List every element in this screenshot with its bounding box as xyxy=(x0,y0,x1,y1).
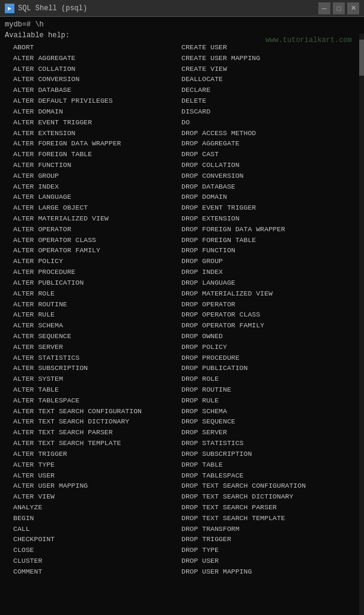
cmd-right-2: CREATE VIEW xyxy=(173,64,359,74)
cmd-right-22: DROP LANGUAGE xyxy=(173,277,359,288)
cmd-right-6: DISCARD xyxy=(173,106,359,117)
cmd-left-3: ALTER CONVERSION xyxy=(5,74,173,85)
cmd-right-26: DROP OPERATOR FAMILY xyxy=(173,320,359,331)
cmd-left-21: ALTER PROCEDURE xyxy=(5,267,173,277)
cmd-left-32: ALTER TABLE xyxy=(5,384,173,395)
cmd-left-33: ALTER TABLESPACE xyxy=(5,395,173,406)
cmd-left-18: ALTER OPERATOR CLASS xyxy=(5,235,173,246)
cmd-right-14: DROP DOMAIN xyxy=(173,192,359,202)
cmd-right-36: DROP SERVER xyxy=(173,427,359,438)
cmd-right-23: DROP MATERIALIZED VIEW xyxy=(173,288,359,299)
minimize-button[interactable]: ─ xyxy=(318,2,330,14)
cmd-right-46: DROP TRIGGER xyxy=(173,534,359,545)
cmd-left-42: ALTER VIEW xyxy=(5,491,173,502)
cmd-left-8: ALTER EXTENSION xyxy=(5,128,173,139)
cmd-left-5: ALTER DEFAULT PRIVILEGES xyxy=(5,95,173,106)
cmd-right-40: DROP TABLESPACE xyxy=(173,470,359,481)
cmd-left-16: ALTER MATERIALIZED VIEW xyxy=(5,213,173,224)
cmd-right-49: DROP USER MAPPING xyxy=(173,566,359,577)
scrollbar-thumb[interactable] xyxy=(359,40,364,76)
cmd-right-31: DROP ROLE xyxy=(173,374,359,384)
cmd-left-48: CLUSTER xyxy=(5,556,173,566)
cmd-right-30: DROP PUBLICATION xyxy=(173,363,359,374)
cmd-right-48: DROP USER xyxy=(173,556,359,566)
cmd-right-5: DELETE xyxy=(173,95,359,106)
cmd-left-14: ALTER LANGUAGE xyxy=(5,192,173,202)
cmd-right-15: DROP EVENT TRIGGER xyxy=(173,202,359,213)
cmd-right-43: DROP TEXT SEARCH PARSER xyxy=(173,502,359,513)
cmd-left-6: ALTER DOMAIN xyxy=(5,106,173,117)
cmd-right-13: DROP DATABASE xyxy=(173,181,359,192)
title-bar-controls: ─ □ ✕ xyxy=(318,2,359,14)
cmd-right-28: DROP POLICY xyxy=(173,342,359,353)
cmd-left-31: ALTER SYSTEM xyxy=(5,374,173,384)
window-title: SQL Shell (psql) xyxy=(18,4,87,13)
cmd-left-29: ALTER STATISTICS xyxy=(5,353,173,363)
cmd-right-27: DROP OWNED xyxy=(173,331,359,342)
scrollbar[interactable] xyxy=(359,34,364,615)
cmd-left-28: ALTER SERVER xyxy=(5,342,173,353)
cmd-left-10: ALTER FOREIGN TABLE xyxy=(5,149,173,160)
cmd-right-11: DROP COLLATION xyxy=(173,160,359,171)
cmd-left-35: ALTER TEXT SEARCH DICTIONARY xyxy=(5,416,173,427)
cmd-right-24: DROP OPERATOR xyxy=(173,299,359,310)
cmd-left-2: ALTER COLLATION xyxy=(5,64,173,74)
cmd-right-4: DECLARE xyxy=(173,85,359,95)
cmd-left-37: ALTER TEXT SEARCH TEMPLATE xyxy=(5,438,173,449)
cmd-left-23: ALTER ROLE xyxy=(5,288,173,299)
cmd-right-0: CREATE USER xyxy=(173,42,359,53)
cmd-left-46: CHECKPOINT xyxy=(5,534,173,545)
cmd-right-39: DROP TABLE xyxy=(173,459,359,470)
cmd-right-3: DEALLOCATE xyxy=(173,74,359,85)
prompt-line: mydb=# \h xyxy=(5,20,359,29)
cmd-right-20: DROP GROUP xyxy=(173,256,359,267)
cmd-left-20: ALTER POLICY xyxy=(5,256,173,267)
cmd-left-24: ALTER ROUTINE xyxy=(5,299,173,310)
cmd-left-49: COMMENT xyxy=(5,566,173,577)
cmd-right-8: DROP ACCESS METHOD xyxy=(173,128,359,139)
terminal[interactable]: mydb=# \h www.tutorialkart.com Available… xyxy=(0,17,364,615)
cmd-left-1: ALTER AGGREGATE xyxy=(5,53,173,64)
cmd-left-19: ALTER OPERATOR FAMILY xyxy=(5,245,173,256)
cmd-left-12: ALTER GROUP xyxy=(5,171,173,181)
cmd-right-41: DROP TEXT SEARCH CONFIGURATION xyxy=(173,480,359,491)
cmd-right-17: DROP FOREIGN DATA WRAPPER xyxy=(173,224,359,235)
cmd-right-21: DROP INDEX xyxy=(173,267,359,277)
title-bar-left: ▶ SQL Shell (psql) xyxy=(5,4,87,13)
cmd-left-4: ALTER DATABASE xyxy=(5,85,173,95)
cmd-left-25: ALTER RULE xyxy=(5,309,173,320)
cmd-left-41: ALTER USER MAPPING xyxy=(5,480,173,491)
cmd-right-38: DROP SUBSCRIPTION xyxy=(173,449,359,459)
cmd-left-43: ANALYZE xyxy=(5,502,173,513)
cmd-left-36: ALTER TEXT SEARCH PARSER xyxy=(5,427,173,438)
cmd-right-42: DROP TEXT SEARCH DICTIONARY xyxy=(173,491,359,502)
close-button[interactable]: ✕ xyxy=(347,2,359,14)
maximize-button[interactable]: □ xyxy=(333,2,345,14)
cmd-left-45: CALL xyxy=(5,524,173,535)
cmd-left-47: CLOSE xyxy=(5,545,173,556)
help-header: Available help: xyxy=(5,31,359,40)
cmd-right-10: DROP CAST xyxy=(173,149,359,160)
cmd-right-32: DROP ROUTINE xyxy=(173,384,359,395)
cmd-left-27: ALTER SEQUENCE xyxy=(5,331,173,342)
cmd-right-33: DROP RULE xyxy=(173,395,359,406)
cmd-left-26: ALTER SCHEMA xyxy=(5,320,173,331)
cmd-right-44: DROP TEXT SEARCH TEMPLATE xyxy=(173,513,359,524)
cmd-left-34: ALTER TEXT SEARCH CONFIGURATION xyxy=(5,406,173,417)
title-bar: ▶ SQL Shell (psql) ─ □ ✕ xyxy=(0,0,364,17)
cmd-right-47: DROP TYPE xyxy=(173,545,359,556)
cmd-left-38: ALTER TRIGGER xyxy=(5,449,173,459)
cmd-left-22: ALTER PUBLICATION xyxy=(5,277,173,288)
cmd-left-0: ABORT xyxy=(5,42,173,53)
cmd-right-45: DROP TRANSFORM xyxy=(173,524,359,535)
cmd-right-34: DROP SCHEMA xyxy=(173,406,359,417)
cmd-left-30: ALTER SUBSCRIPTION xyxy=(5,363,173,374)
cmd-left-17: ALTER OPERATOR xyxy=(5,224,173,235)
cmd-left-40: ALTER USER xyxy=(5,470,173,481)
cmd-left-11: ALTER FUNCTION xyxy=(5,160,173,171)
cmd-right-7: DO xyxy=(173,117,359,128)
cmd-right-18: DROP FOREIGN TABLE xyxy=(173,235,359,246)
cmd-right-25: DROP OPERATOR CLASS xyxy=(173,309,359,320)
cmd-left-39: ALTER TYPE xyxy=(5,459,173,470)
commands-grid: ABORTCREATE USERALTER AGGREGATECREATE US… xyxy=(5,42,359,577)
